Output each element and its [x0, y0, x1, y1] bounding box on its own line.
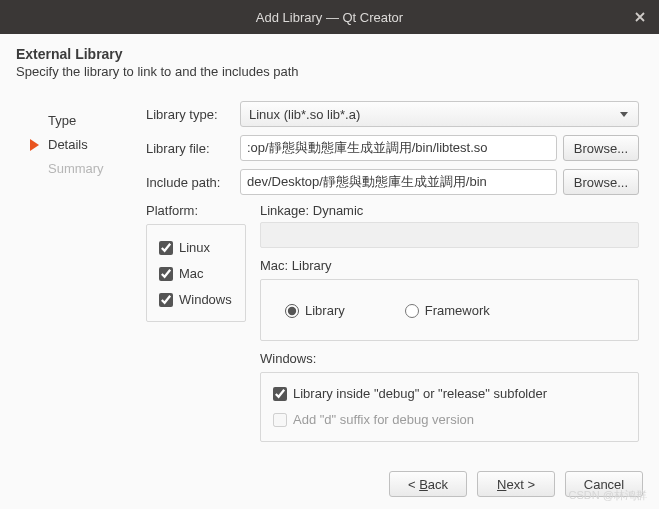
linkage-disabled-box [260, 222, 639, 248]
check-win-suffix: Add "d" suffix for debug version [273, 407, 626, 433]
windows-groupbox: Library inside "debug" or "release" subf… [260, 372, 639, 442]
browse-library-button[interactable]: Browse... [563, 135, 639, 161]
include-path-input[interactable] [240, 169, 557, 195]
mac-groupbox: Library Framework [260, 279, 639, 341]
page-title: External Library [16, 46, 643, 62]
linkage-column: Linkage: Dynamic Mac: Library Library Fr… [260, 203, 639, 442]
page-subtitle: Specify the library to link to and the i… [16, 64, 643, 79]
library-file-label: Library file: [146, 141, 234, 156]
sidebar-item-details[interactable]: Details [48, 133, 116, 157]
cancel-button[interactable]: Cancel [565, 471, 643, 497]
windows-section-label: Windows: [260, 351, 639, 366]
main-area: Type Details Summary Library type: Linux… [16, 101, 643, 459]
radio-framework[interactable] [405, 304, 419, 318]
form-area: Library type: Linux (lib*.so lib*.a) Lib… [146, 101, 643, 459]
dialog-content: External Library Specify the library to … [0, 34, 659, 509]
library-type-value: Linux (lib*.so lib*.a) [249, 107, 360, 122]
platform-check-linux[interactable]: Linux [159, 235, 233, 261]
platform-column: Platform: Linux Mac Windows [146, 203, 246, 442]
library-file-input[interactable] [240, 135, 557, 161]
checkbox-mac[interactable] [159, 267, 173, 281]
library-type-label: Library type: [146, 107, 234, 122]
mac-section-label: Mac: Library [260, 258, 639, 273]
sidebar-item-summary: Summary [48, 157, 116, 181]
check-win-subfolder[interactable]: Library inside "debug" or "release" subf… [273, 381, 626, 407]
close-icon [635, 12, 645, 22]
platform-groupbox: Linux Mac Windows [146, 224, 246, 322]
linkage-label: Linkage: Dynamic [260, 203, 639, 218]
platform-label: Platform: [146, 203, 234, 218]
include-path-label: Include path: [146, 175, 234, 190]
library-type-combo[interactable]: Linux (lib*.so lib*.a) [240, 101, 639, 127]
browse-include-button[interactable]: Browse... [563, 169, 639, 195]
wizard-sidebar: Type Details Summary [16, 101, 116, 459]
checkbox-subfolder[interactable] [273, 387, 287, 401]
checkbox-suffix [273, 413, 287, 427]
radio-mac-framework[interactable]: Framework [405, 298, 490, 324]
checkbox-windows[interactable] [159, 293, 173, 307]
radio-library[interactable] [285, 304, 299, 318]
titlebar: Add Library — Qt Creator [0, 0, 659, 34]
close-button[interactable] [631, 8, 649, 26]
platform-check-windows[interactable]: Windows [159, 287, 233, 313]
checkbox-linux[interactable] [159, 241, 173, 255]
dialog-footer: < Back Next > Cancel [16, 459, 643, 497]
platform-check-mac[interactable]: Mac [159, 261, 233, 287]
back-button[interactable]: < Back [389, 471, 467, 497]
next-button[interactable]: Next > [477, 471, 555, 497]
sidebar-item-type[interactable]: Type [48, 109, 116, 133]
window-title: Add Library — Qt Creator [256, 10, 403, 25]
radio-mac-library[interactable]: Library [285, 298, 345, 324]
